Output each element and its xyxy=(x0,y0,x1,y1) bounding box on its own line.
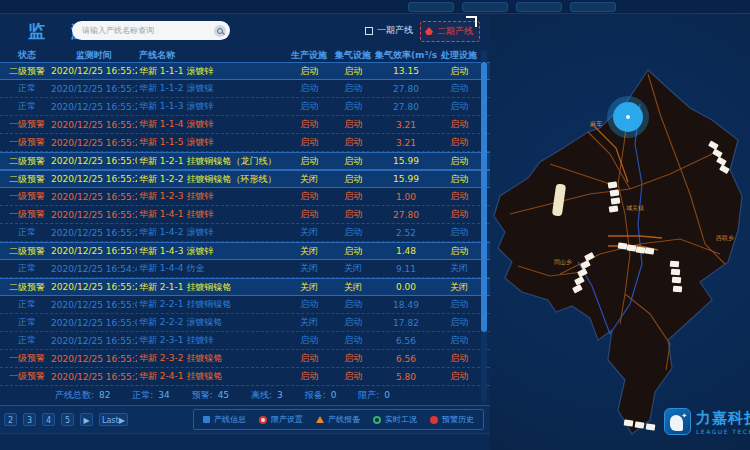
column-header[interactable]: 集气设施 xyxy=(331,49,375,62)
cell-time: 2020/12/25 16:55:24 xyxy=(51,120,137,130)
cell-gas-efficiency: 17.82 xyxy=(375,318,437,328)
cell-line-name: 华新 1-2-2 挂镀铜镍铬（环形线） xyxy=(137,173,287,186)
cell-gas-collection: 启动 xyxy=(331,208,375,221)
cell-time: 2020/12/25 16:55:24 xyxy=(51,336,137,346)
table-row[interactable]: 二级预警2020/12/25 16:55:04华新 1-4-3 滚镀锌关闭启动1… xyxy=(0,242,490,260)
table-row[interactable]: 正常2020/12/25 16:55:24华新 1-4-2 滚镀锌关闭启动2.5… xyxy=(0,224,490,242)
summary-value: 3 xyxy=(277,390,283,400)
search-input[interactable] xyxy=(82,26,214,35)
cell-production-facility: 启动 xyxy=(287,334,331,347)
table-row[interactable]: 一级预警2020/12/25 16:55:24华新 1-4-1 挂镀锌启动启动2… xyxy=(0,206,490,224)
header-bar: 监 测 一期产线 二期产线 xyxy=(0,14,490,48)
cell-treatment-facility: 启动 xyxy=(437,245,481,258)
column-header[interactable]: 集气效率(m³/s) xyxy=(375,49,437,62)
page-button[interactable]: 2 xyxy=(4,413,17,426)
cell-status: 一级预警 xyxy=(3,208,51,221)
cell-gas-collection: 启动 xyxy=(331,82,375,95)
table-row[interactable]: 正常2020/12/25 16:55:24华新 1-1-2 滚镀镍启动启动27.… xyxy=(0,80,490,98)
square-icon xyxy=(203,416,210,423)
cell-production-facility: 启动 xyxy=(287,136,331,149)
league-tech-logo-icon: ✦ xyxy=(664,408,691,435)
city-map[interactable]: 麻车 城关镇 同山乡 西联乡 xyxy=(490,14,750,450)
summary-item: 产线总数: 82 xyxy=(55,389,110,402)
table-row[interactable]: 一级预警2020/12/25 16:55:24华新 1-2-3 挂镀锌启动启动1… xyxy=(0,188,490,206)
table-row[interactable]: 二级预警2020/12/25 16:55:24华新 2-1-1 挂镀铜镍铬关闭关… xyxy=(0,278,490,296)
table-row[interactable]: 正常2020/12/25 16:54:44华新 1-4-4 仿金关闭关闭9.11… xyxy=(0,260,490,278)
checkbox-icon[interactable] xyxy=(365,27,373,35)
legend-item-triangle[interactable]: 产线报备 xyxy=(316,414,360,425)
cell-production-facility: 启动 xyxy=(287,352,331,365)
legend-item-square[interactable]: 产线信息 xyxy=(203,414,246,425)
legend-item-circle-red[interactable]: 限产设置 xyxy=(259,414,303,425)
cell-status: 二级预警 xyxy=(3,245,51,258)
cell-status: 二级预警 xyxy=(3,155,51,168)
table-row[interactable]: 二级预警2020/12/25 16:55:24华新 1-2-2 挂镀铜镍铬（环形… xyxy=(0,170,490,188)
cell-treatment-facility: 启动 xyxy=(437,334,481,347)
page-button[interactable]: ▶ xyxy=(80,413,93,426)
cell-gas-efficiency: 1.48 xyxy=(375,246,437,256)
cell-production-facility: 启动 xyxy=(287,208,331,221)
search-box[interactable] xyxy=(72,21,230,40)
table-row[interactable]: 一级预警2020/12/25 16:55:24华新 2-3-2 挂镀镍铬启动启动… xyxy=(0,350,490,368)
summary-value: 45 xyxy=(218,390,229,400)
cell-line-name: 华新 1-1-2 滚镀镍 xyxy=(137,82,287,95)
map-town-label: 同山乡 xyxy=(554,258,572,265)
cell-line-name: 华新 1-4-2 滚镀锌 xyxy=(137,226,287,239)
page-button[interactable]: 4 xyxy=(42,413,55,426)
cell-line-name: 华新 2-4-1 挂镀镍铬 xyxy=(137,370,287,383)
cell-gas-collection: 启动 xyxy=(331,226,375,239)
cell-treatment-facility: 启动 xyxy=(437,82,481,95)
cell-production-facility: 启动 xyxy=(287,118,331,131)
cell-status: 正常 xyxy=(3,262,51,275)
table-row[interactable]: 二级预警2020/12/25 16:55:04华新 1-2-1 挂镀铜镍铬（龙门… xyxy=(0,152,490,170)
cell-line-name: 华新 1-1-1 滚镀锌 xyxy=(137,65,287,78)
cell-time: 2020/12/25 16:55:24 xyxy=(51,174,137,184)
summary-item: 离线: 3 xyxy=(251,389,283,402)
phase1-checkbox[interactable]: 一期产线 xyxy=(365,24,413,37)
cell-status: 一级预警 xyxy=(3,118,51,131)
column-header[interactable]: 状态 xyxy=(3,49,51,62)
search-icon[interactable] xyxy=(214,25,226,37)
cell-status: 正常 xyxy=(3,100,51,113)
cell-treatment-facility: 启动 xyxy=(437,370,481,383)
page-button[interactable]: 3 xyxy=(23,413,36,426)
cell-gas-collection: 启动 xyxy=(331,190,375,203)
cell-treatment-facility: 启动 xyxy=(437,226,481,239)
legend-item-gauge[interactable]: 实时工况 xyxy=(373,414,417,425)
cell-line-name: 华新 1-1-4 滚镀锌 xyxy=(137,118,287,131)
table-row[interactable]: 一级预警2020/12/25 16:55:24华新 1-1-4 滚镀锌启动启动3… xyxy=(0,116,490,134)
column-header[interactable]: 处理设施 xyxy=(437,49,481,62)
page-button[interactable]: Last▶ xyxy=(99,413,128,426)
cell-treatment-facility: 启动 xyxy=(437,316,481,329)
column-header[interactable]: 产线名称 xyxy=(137,49,287,62)
table-row[interactable]: 正常2020/12/25 16:55:04华新 2-2-2 滚镀镍铬关闭启动17… xyxy=(0,314,490,332)
alert-bubble-marker[interactable] xyxy=(607,96,649,138)
column-header[interactable]: 生产设施 xyxy=(287,49,331,62)
cell-treatment-facility: 启动 xyxy=(437,173,481,186)
scrollbar-thumb[interactable] xyxy=(481,62,487,332)
table-row[interactable]: 正常2020/12/25 16:55:24华新 2-3-1 挂镀锌启动启动6.5… xyxy=(0,332,490,350)
cell-production-facility: 关闭 xyxy=(287,262,331,275)
monitor-dashboard: 监 测 一期产线 二期产线 状态监测时间产线名称生产设施集气设施集气效率(m³/… xyxy=(0,0,750,450)
top-chip xyxy=(462,2,508,12)
table-scrollbar[interactable] xyxy=(481,50,487,402)
cell-status: 二级预警 xyxy=(3,65,51,78)
cell-time: 2020/12/25 16:55:24 xyxy=(51,192,137,202)
cell-status: 二级预警 xyxy=(3,173,51,186)
cell-treatment-facility: 启动 xyxy=(437,100,481,113)
cell-gas-collection: 启动 xyxy=(331,118,375,131)
table-row[interactable]: 正常2020/12/25 16:55:24华新 1-1-3 滚镀锌启动启动27.… xyxy=(0,98,490,116)
table-row[interactable]: 一级预警2020/12/25 16:55:24华新 1-1-5 滚镀锌启动启动3… xyxy=(0,134,490,152)
table-row[interactable]: 一级预警2020/12/25 16:55:24华新 2-4-1 挂镀镍铬启动启动… xyxy=(0,368,490,386)
cell-gas-collection: 启动 xyxy=(331,370,375,383)
page-button[interactable]: 5 xyxy=(61,413,74,426)
legend-item-dot-red[interactable]: 预警历史 xyxy=(430,414,474,425)
column-header[interactable]: 监测时间 xyxy=(51,49,137,62)
cell-gas-efficiency: 27.80 xyxy=(375,210,437,220)
table-row[interactable]: 二级预警2020/12/25 16:55:24华新 1-1-1 滚镀锌启动启动1… xyxy=(0,62,490,80)
table-row[interactable]: 正常2020/12/25 16:55:04华新 2-2-1 挂镀铜镍铬启动启动1… xyxy=(0,296,490,314)
phase1-label: 一期产线 xyxy=(377,24,413,37)
map-town-label: 城关镇 xyxy=(626,204,644,211)
logo-text-en: LEAGUE TECH xyxy=(696,428,750,435)
cell-gas-efficiency: 0.00 xyxy=(375,282,437,292)
